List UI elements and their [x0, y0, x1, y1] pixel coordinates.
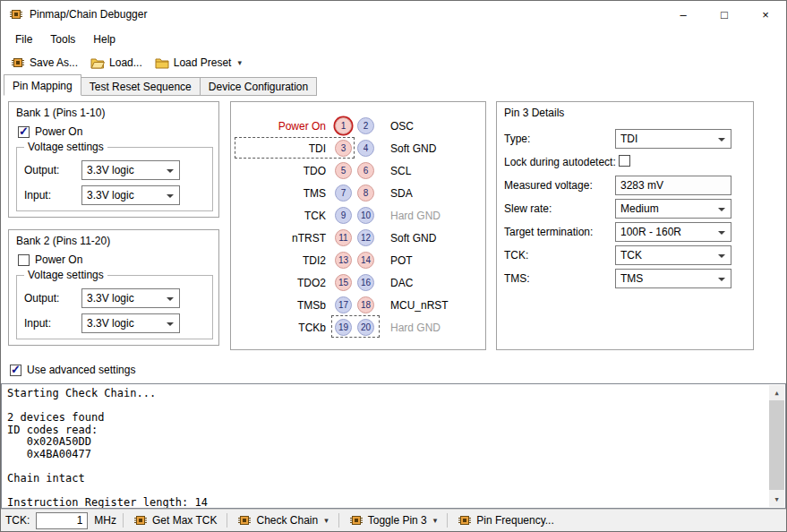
pin-right-label: SDA — [390, 187, 413, 200]
tab-pin-mapping[interactable]: Pin Mapping — [4, 74, 81, 96]
pin-left-label: Power On — [236, 120, 326, 133]
pin-20[interactable]: 20 — [357, 319, 374, 336]
pin-7[interactable]: 7 — [335, 184, 352, 202]
pin-8[interactable]: 8 — [357, 184, 374, 202]
bank2-voltage-group: Voltage settings Output: 3.3V logic Inpu… — [16, 275, 213, 339]
console-line: Starting Check Chain... — [7, 388, 780, 400]
pin-6[interactable]: 6 — [357, 162, 374, 179]
pin-14[interactable]: 14 — [357, 252, 374, 269]
chip-icon — [133, 513, 148, 528]
bank1-input-select[interactable]: 3.3V logic — [81, 185, 180, 205]
toggle-pin3-button[interactable]: Toggle Pin 3 ▾ — [346, 511, 441, 529]
toolbar: Save As... Load... Load Preset ▾ — [1, 51, 786, 74]
statusbar-separator — [227, 513, 227, 528]
console-line — [7, 485, 780, 497]
lock-during-autodetect-checkbox[interactable] — [619, 155, 630, 167]
pin-18[interactable]: 18 — [357, 296, 374, 313]
console-line: Instruction Register length: 14 — [7, 497, 780, 510]
statusbar-separator — [123, 513, 124, 528]
load-preset-button[interactable]: Load Preset ▾ — [149, 53, 248, 73]
tck-select[interactable]: TCK — [615, 245, 731, 265]
menu-help[interactable]: Help — [84, 30, 124, 49]
slew-rate-label: Slew rate: — [504, 202, 552, 215]
chip-icon — [349, 513, 364, 528]
voltage-settings-legend: Voltage settings — [24, 269, 107, 281]
tms-select[interactable]: TMS — [615, 269, 731, 288]
detail-row-measured-voltage: Measured voltage: 3283 mV — [504, 176, 731, 195]
pin-5[interactable]: 5 — [335, 162, 352, 179]
pin-row-5: TCK 9 10 Hard GND — [231, 204, 485, 227]
bank2-input-select[interactable]: 3.3V logic — [81, 313, 180, 333]
load-label: Load... — [109, 56, 142, 69]
bank1-power-on-checkbox[interactable] — [18, 126, 30, 138]
scroll-up-icon[interactable]: ▲ — [769, 385, 784, 400]
pin-4[interactable]: 4 — [357, 140, 374, 157]
use-advanced-settings-checkbox[interactable] — [10, 365, 21, 376]
statusbar-separator — [338, 513, 339, 528]
pin-frequency-label: Pin Frequency... — [476, 514, 553, 527]
tabstrip: Pin Mapping Test Reset Sequence Device C… — [1, 74, 786, 96]
advanced-settings-row: Use advanced settings — [10, 364, 135, 376]
chevron-down-icon[interactable]: ▾ — [433, 516, 438, 525]
pin-left-label: TCK — [236, 210, 326, 222]
console-output[interactable]: Starting Check Chain... 2 devices found … — [1, 383, 786, 509]
maximize-button[interactable]: □ — [704, 1, 745, 28]
get-max-tck-button[interactable]: Get Max TCK — [130, 511, 220, 529]
pin-left-label: TCKb — [236, 322, 326, 334]
target-termination-label: Target termination: — [504, 226, 593, 238]
load-button[interactable]: Load... — [84, 53, 149, 73]
bank2-output-select[interactable]: 3.3V logic — [81, 288, 180, 308]
bank1-output-select[interactable]: 3.3V logic — [81, 160, 180, 180]
menu-tools[interactable]: Tools — [41, 30, 84, 49]
menu-file[interactable]: File — [6, 30, 41, 49]
pin-16[interactable]: 16 — [357, 274, 374, 291]
pin-3[interactable]: 3 — [335, 140, 352, 157]
pin-19[interactable]: 19 — [335, 319, 352, 336]
pin-11[interactable]: 11 — [335, 229, 352, 246]
chevron-down-icon[interactable]: ▾ — [324, 516, 329, 525]
pin-row-7: TDI2 13 14 POT — [231, 249, 485, 271]
target-termination-select[interactable]: 100R - 160R — [615, 222, 731, 242]
pin-15[interactable]: 15 — [335, 274, 352, 291]
bank2-power-on-checkbox[interactable] — [18, 254, 30, 266]
pin-10[interactable]: 10 — [357, 207, 374, 224]
pin-9[interactable]: 9 — [335, 207, 352, 224]
console-scrollbar[interactable]: ▲ ▼ — [769, 385, 784, 507]
tab-device-configuration[interactable]: Device Configuration — [200, 77, 317, 96]
console-line: 2 devices found — [7, 412, 780, 425]
tck-frequency-input[interactable] — [36, 512, 88, 529]
type-select[interactable]: TDI — [615, 129, 731, 149]
pin-12[interactable]: 12 — [357, 229, 374, 246]
titlebar: Pinmap/Chain Debugger – □ × — [1, 1, 786, 28]
lock-label: Lock during autodetect: — [504, 156, 616, 168]
pin-1[interactable]: 1 — [335, 117, 352, 134]
check-chain-button[interactable]: Check Chain ▾ — [234, 511, 331, 529]
scroll-down-icon[interactable]: ▼ — [769, 492, 784, 507]
measured-voltage-label: Measured voltage: — [504, 179, 593, 192]
bank1-output-row: Output: 3.3V logic — [17, 160, 212, 180]
pin-17[interactable]: 17 — [335, 296, 352, 313]
pin-row-2: TDI 3 4 Soft GND — [231, 137, 485, 159]
console-line — [7, 460, 780, 473]
console-line — [7, 400, 780, 413]
slew-rate-select[interactable]: Medium — [615, 199, 731, 219]
minimize-button[interactable]: – — [663, 1, 704, 28]
pin-left-label: TMSb — [236, 299, 326, 312]
pin-details-title: Pin 3 Details — [504, 107, 564, 119]
pin-2[interactable]: 2 — [357, 117, 374, 134]
tab-test-reset-sequence[interactable]: Test Reset Sequence — [81, 77, 201, 96]
bank1-input-row: Input: 3.3V logic — [17, 185, 212, 205]
use-advanced-settings-label: Use advanced settings — [27, 364, 135, 376]
pin-13[interactable]: 13 — [335, 252, 352, 269]
measured-voltage-field[interactable]: 3283 mV — [615, 176, 731, 195]
close-button[interactable]: × — [745, 1, 786, 28]
statusbar: TCK: MHz Get Max TCK Check Chain ▾ — [1, 509, 786, 531]
bank1-title: Bank 1 (Pins 1-10) — [16, 107, 105, 119]
scrollbar-thumb[interactable] — [769, 400, 784, 490]
chevron-down-icon — [718, 208, 725, 211]
pin-left-label: TDO2 — [236, 277, 326, 289]
input-label: Input: — [24, 189, 51, 202]
save-as-button[interactable]: Save As... — [4, 53, 84, 73]
console-line: Chain intact — [7, 473, 780, 485]
pin-frequency-button[interactable]: Pin Frequency... — [454, 511, 557, 529]
